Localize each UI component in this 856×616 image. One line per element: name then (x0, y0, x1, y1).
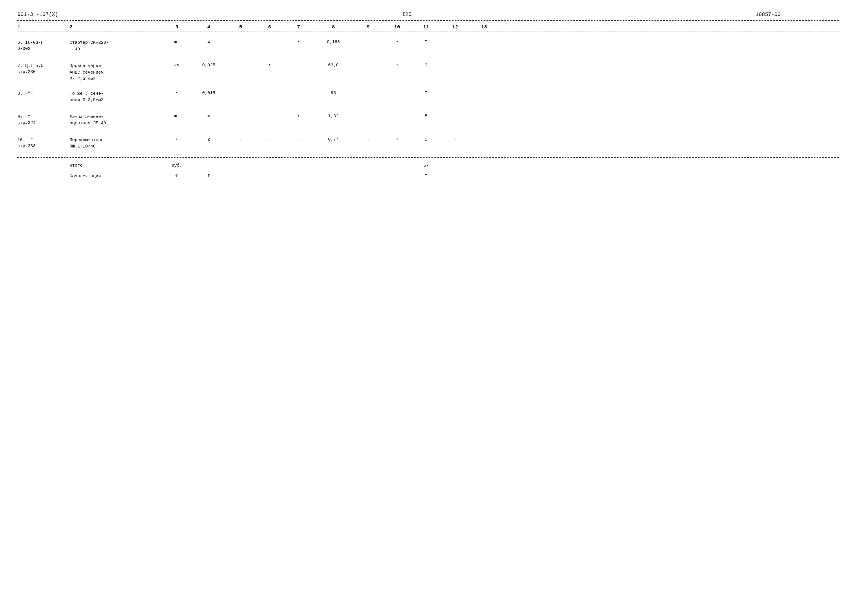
row-6-unit: шт (162, 40, 191, 45)
row-6-code: 6. I6-03-П 6-002 (17, 40, 69, 52)
col-header-5: 5 (226, 23, 255, 30)
row-7-col7: - (284, 63, 313, 68)
row-9-code: 9₁ –"– стр.324 (17, 114, 69, 126)
row-8-col4: 0,015 (191, 91, 226, 95)
row-9-unit: шт (162, 114, 191, 119)
row-10-col12: - (440, 137, 470, 142)
row-7-desc: Провод марки АПВС сечением 2х 2,5 мм2 (69, 63, 162, 83)
row-8-col7: - (284, 91, 313, 95)
row-8-col8: 96 (313, 91, 354, 95)
footer-separator (17, 157, 839, 158)
row-7-col12: - (440, 63, 470, 68)
row-9-col11: 5 (412, 114, 440, 119)
row-7-col5: - (226, 63, 255, 68)
row-9-col4: 4 (191, 114, 226, 119)
doc-number-right: 16857-03 (756, 12, 781, 17)
table-row: 9₁ –"– стр.324 Лампа люмине- оцентная ЛБ… (17, 109, 839, 132)
document-header: 901-3 -137(X) I25 16857-03 (17, 12, 839, 17)
row-6-desc: Стартер СК-220- - 40 (69, 40, 162, 53)
row-10-code: 10. –"– стр.333 (17, 137, 69, 149)
column-headers: 1 2 3 4 5 6 7 8 9 10 11 12 13 (17, 20, 839, 32)
row-6-col5: - (226, 40, 255, 45)
footer-total-value: 57 (412, 163, 440, 168)
row-8-col12: - (440, 91, 470, 95)
footer-complete-label: Комплектация (69, 174, 162, 179)
row-6-col10: • (383, 40, 412, 45)
col-header-11: 11 (412, 23, 440, 30)
footer-total-label: Итого (69, 163, 162, 168)
col-header-12: 12 (440, 23, 470, 30)
row-6-col8: 0,163 (313, 40, 354, 45)
row-10-col6: - (255, 137, 284, 142)
row-10-col10: • (383, 137, 412, 142)
doc-number-center: I25 (402, 12, 411, 17)
table-row: 8. –"– То же , сече- нием 3х2,5мм2 • 0,0… (17, 86, 839, 109)
row-9-col12: - (440, 114, 470, 119)
row-8-col10: - (383, 91, 412, 95)
row-6-col7: • (284, 40, 313, 45)
row-6-col11: I (412, 40, 440, 45)
row-9-col8: 1,82 (313, 114, 354, 119)
row-9-col7: • (284, 114, 313, 119)
col-header-7: 7 (284, 23, 313, 30)
row-8-col11: I (412, 91, 440, 95)
row-7-col11: 2 (412, 63, 440, 68)
footer-complete-unit: % (162, 174, 191, 179)
table-row: 10. –"– стр.333 Переключатель ПШ-1-10/4С… (17, 132, 839, 155)
col-header-2: 2 (69, 23, 162, 30)
footer-complete-row: Комплектация % I I (17, 171, 839, 182)
col-header-3: 3 (162, 23, 191, 30)
row-7-code: 7. Ц.I ч.5 стр.230 (17, 63, 69, 75)
row-10-col9: - (354, 137, 383, 142)
row-6-col6: - (255, 40, 284, 45)
row-8-col6: - (255, 91, 284, 95)
footer-complete-value: I (412, 174, 440, 179)
col-header-4: 4 (191, 23, 226, 30)
row-6-col9: - (354, 40, 383, 45)
row-10-col11: 2 (412, 137, 440, 142)
row-9-desc: Лампа люмине- оцентная ЛБ-40 (69, 114, 162, 127)
row-10-col8: 0,77 (313, 137, 354, 142)
table-row: 6. I6-03-П 6-002 Стартер СК-220- - 40 шт… (17, 34, 839, 58)
row-8-desc: То же , сече- нием 3х2,5мм2 (69, 91, 162, 104)
doc-number-left: 901-3 -137(X) (17, 12, 58, 17)
row-7-unit: км (162, 63, 191, 68)
row-6-col4: 4 (191, 40, 226, 45)
row-10-unit: • (162, 137, 191, 142)
col-header-10: 10 (383, 23, 412, 30)
row-8-col9: - (354, 91, 383, 95)
row-8-code: 8. –"– (17, 91, 69, 97)
row-7-col8: 63,0 (313, 63, 354, 68)
row-9-col10: - (383, 114, 412, 119)
table-body: 6. I6-03-П 6-002 Стартер СК-220- - 40 шт… (17, 34, 839, 155)
row-10-col7: - (284, 137, 313, 142)
row-7-col9: - (354, 63, 383, 68)
row-8-unit: • (162, 91, 191, 95)
col-header-8: 8 (313, 23, 354, 30)
row-9-col5: - (226, 114, 255, 119)
row-10-desc: Переключатель ПШ-1-10/4С (69, 137, 162, 150)
col-header-1: 1 (17, 23, 69, 30)
col-header-13: 13 (470, 23, 499, 30)
footer-total-unit: руб. (162, 163, 191, 168)
footer-total-row: Итого руб. 57 (17, 160, 839, 171)
row-10-col4: 2 (191, 137, 226, 142)
row-10-col5: - (226, 137, 255, 142)
footer-complete-qty: I (191, 174, 226, 179)
row-9-col9: - (354, 114, 383, 119)
col-header-6: 6 (255, 23, 284, 30)
row-8-col5: - (226, 91, 255, 95)
table-row: 7. Ц.I ч.5 стр.230 Провод марки АПВС сеч… (17, 58, 839, 86)
row-7-col10: • (383, 63, 412, 68)
row-7-col4: 0,025 (191, 63, 226, 68)
row-6-col12: - (440, 40, 470, 45)
row-9-col6: - (255, 114, 284, 119)
col-header-9: 9 (354, 23, 383, 30)
row-7-col6: • (255, 63, 284, 68)
